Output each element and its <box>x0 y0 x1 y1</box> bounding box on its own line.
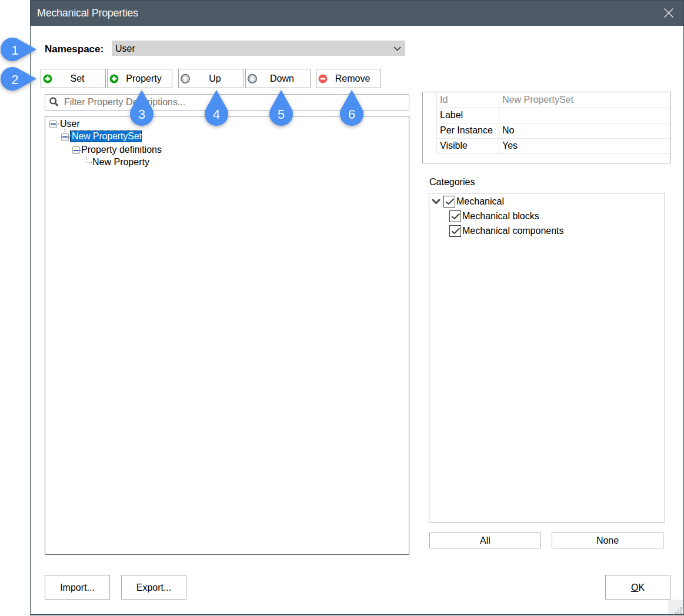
svg-text:5: 5 <box>278 107 285 122</box>
svg-text:4: 4 <box>213 107 220 122</box>
svg-text:2: 2 <box>11 72 18 87</box>
svg-text:6: 6 <box>348 107 355 122</box>
svg-text:1: 1 <box>11 43 18 58</box>
svg-text:3: 3 <box>138 107 145 122</box>
